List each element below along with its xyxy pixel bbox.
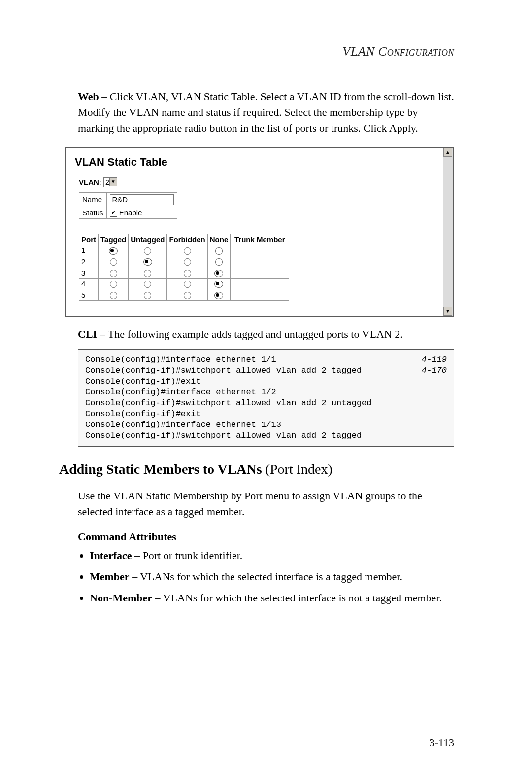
table-column-header: Forbidden (167, 234, 207, 245)
intro-lead: Web (78, 90, 99, 103)
cli-intro-paragraph: CLI – The following example adds tagged … (78, 326, 454, 342)
table-column-header: Port (79, 234, 99, 245)
vlan-select-row: VLAN: 2▼ (79, 177, 430, 187)
membership-radio[interactable] (214, 270, 223, 277)
scroll-up-icon[interactable]: ▲ (443, 148, 452, 157)
membership-cell (99, 278, 129, 289)
membership-radio[interactable] (184, 258, 191, 266)
enable-checkbox[interactable]: ✔ (110, 210, 117, 217)
attr-desc: – Port or trunk identifier. (132, 549, 243, 562)
cli-command: Console(config-if)#switchport allowed vl… (85, 430, 447, 441)
table-row: 2 (79, 256, 289, 267)
name-label: Name (79, 192, 107, 207)
membership-cell (167, 256, 207, 267)
membership-radio[interactable] (143, 258, 152, 266)
membership-radio[interactable] (144, 247, 151, 255)
scroll-down-icon[interactable]: ▼ (443, 307, 452, 316)
membership-radio[interactable] (110, 258, 117, 266)
trunk-member-cell (231, 256, 289, 267)
cli-line: Console(config-if)#exit (85, 376, 447, 387)
cli-line: Console(config)#interface ethernet 1/2 (85, 387, 447, 398)
page-header: VLAN Configuration (59, 44, 454, 59)
trunk-member-cell (231, 289, 289, 301)
table-row: 4 (79, 278, 289, 289)
membership-cell (207, 245, 231, 256)
cli-rest: – The following example adds tagged and … (97, 328, 403, 340)
membership-cell (129, 289, 167, 301)
membership-cell (207, 256, 231, 267)
membership-cell (99, 289, 129, 301)
port-membership-table: PortTaggedUntaggedForbiddenNoneTrunk Mem… (79, 234, 289, 301)
membership-radio[interactable] (144, 281, 151, 288)
membership-radio[interactable] (110, 270, 117, 277)
attr-name: Member (90, 570, 130, 583)
table-column-header: Tagged (99, 234, 129, 245)
table-row: 5 (79, 289, 289, 301)
membership-radio[interactable] (214, 292, 223, 299)
list-item: Member – VLANs for which the selected in… (90, 568, 454, 585)
port-cell: 3 (79, 267, 99, 279)
trunk-member-cell (231, 267, 289, 279)
intro-rest: – Click VLAN, VLAN Static Table. Select … (78, 90, 454, 134)
membership-radio[interactable] (110, 292, 117, 299)
enable-label: Enable (119, 209, 142, 217)
vlan-label: VLAN: (79, 178, 101, 186)
cli-command: Console(config-if)#exit (85, 376, 447, 387)
cli-command: Console(config-if)#exit (85, 409, 447, 420)
membership-radio[interactable] (184, 270, 191, 277)
attr-desc: – VLANs for which the selected interface… (152, 592, 442, 604)
command-attributes-heading: Command Attributes (78, 530, 454, 543)
vlan-select-value: 2 (105, 178, 109, 186)
status-label: Status (79, 207, 107, 219)
membership-cell (207, 278, 231, 289)
cli-lead: CLI (78, 328, 97, 340)
table-column-header: None (207, 234, 231, 245)
membership-radio[interactable] (109, 247, 118, 255)
membership-cell (99, 245, 129, 256)
table-row: 1 (79, 245, 289, 256)
membership-radio[interactable] (110, 281, 117, 288)
cli-reference: 4-170 (414, 365, 447, 376)
membership-cell (129, 278, 167, 289)
cli-line: Console(config-if)#switchport allowed vl… (85, 430, 447, 441)
section-heading-rest: (Port Index) (262, 461, 332, 477)
membership-cell (167, 245, 207, 256)
intro-paragraph: Web – Click VLAN, VLAN Static Table. Sel… (78, 89, 454, 136)
membership-cell (129, 256, 167, 267)
membership-radio[interactable] (144, 270, 151, 277)
membership-cell (207, 267, 231, 279)
membership-radio[interactable] (184, 281, 191, 288)
membership-radio[interactable] (214, 281, 223, 288)
membership-cell (167, 267, 207, 279)
cli-command: Console(config)#interface ethernet 1/13 (85, 420, 447, 430)
membership-cell (129, 267, 167, 279)
cli-line: Console(config-if)#exit (85, 409, 447, 420)
vertical-scrollbar[interactable]: ▲ ▼ (443, 148, 453, 316)
port-cell: 5 (79, 289, 99, 301)
attr-name: Non-Member (90, 592, 152, 604)
membership-cell (167, 289, 207, 301)
table-row: 3 (79, 267, 289, 279)
panel-title: VLAN Static Table (75, 156, 433, 169)
port-cell: 4 (79, 278, 99, 289)
membership-radio[interactable] (215, 258, 223, 266)
attr-desc: – VLANs for which the selected interface… (130, 570, 402, 583)
trunk-member-cell (231, 245, 289, 256)
port-cell: 2 (79, 256, 99, 267)
table-column-header: Untagged (129, 234, 167, 245)
membership-radio[interactable] (184, 292, 191, 299)
name-input[interactable]: R&D (110, 194, 174, 205)
cli-line: Console(config)#interface ethernet 1/13 (85, 420, 447, 430)
membership-cell (99, 256, 129, 267)
port-cell: 1 (79, 245, 99, 256)
cli-line: Console(config-if)#switchport allowed vl… (85, 365, 447, 376)
vlan-static-table-panel: VLAN Static Table VLAN: 2▼ Name R&D Stat… (65, 147, 454, 317)
vlan-select[interactable]: 2▼ (103, 177, 117, 187)
cli-line: Console(config-if)#switchport allowed vl… (85, 398, 447, 409)
attr-name: Interface (90, 549, 132, 562)
table-header-row: PortTaggedUntaggedForbiddenNoneTrunk Mem… (79, 234, 289, 245)
membership-radio[interactable] (144, 292, 151, 299)
membership-radio[interactable] (215, 247, 223, 255)
cli-line: Console(config)#interface ethernet 1/14-… (85, 354, 447, 365)
membership-radio[interactable] (184, 247, 191, 255)
